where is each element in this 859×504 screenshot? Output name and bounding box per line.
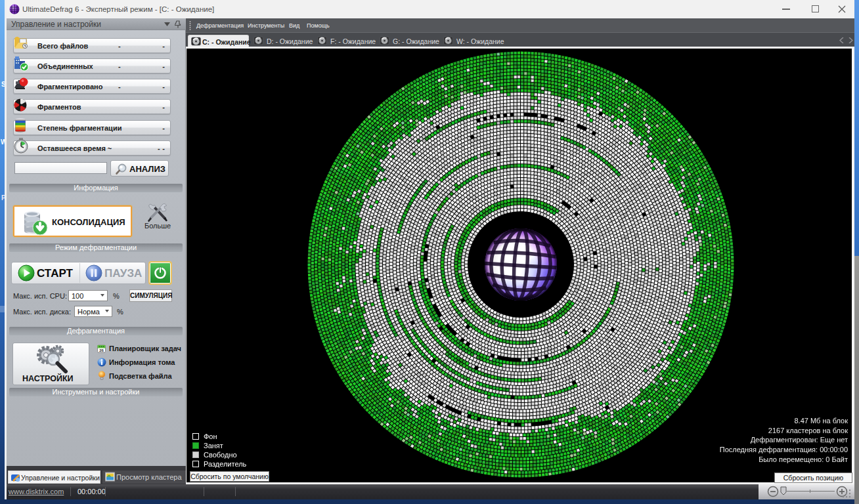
svg-text:26: 26 (99, 348, 104, 352)
